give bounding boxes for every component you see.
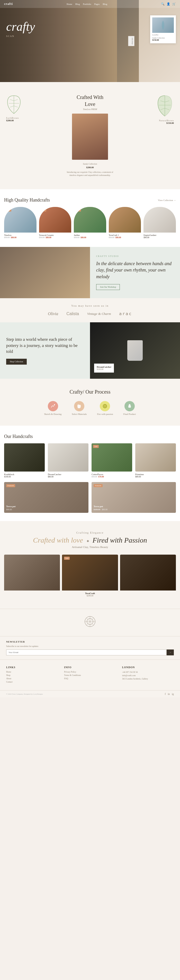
story-product-card[interactable]: DreamCatcher $100.00 [94, 364, 114, 372]
product-img-1[interactable]: Sale [39, 207, 71, 232]
product-img-0[interactable]: Sale [4, 207, 37, 232]
process-step-1: Select Materials [72, 401, 87, 415]
newsletter-subtext: Subscribe to our newsletter for updates [6, 645, 174, 648]
our-handcrafts-title: Our Handcrafts [4, 434, 33, 439]
footer-link-privacy[interactable]: Privacy Policy [64, 671, 116, 673]
footer-link-about[interactable]: About [6, 678, 58, 680]
shop-collection-button[interactable]: Shop Collection [6, 359, 27, 364]
hero-section: crafty SCAN LovePot Sandy Collection $15… [0, 0, 180, 82]
nav-portfolio[interactable]: Portfolio [83, 3, 91, 5]
instagram-icon[interactable]: ig [172, 692, 174, 695]
hero-card-sublabel: Sandy Collection [152, 37, 174, 39]
product-left-name: EarthBrown [6, 117, 59, 119]
view-collection-link[interactable]: View Collection → [158, 199, 176, 202]
hero-shop-badge[interactable]: shop now [131, 37, 133, 45]
nav-home[interactable]: Home [67, 3, 72, 5]
cart-icon[interactable]: 🛒 [172, 2, 176, 6]
handcrafts-header: High Quality Handcrafts View Collection … [4, 197, 176, 203]
featured-card-0[interactable]: Featured Terra pot $90.00 [4, 482, 88, 513]
newsletter-form: → [6, 649, 174, 655]
facebook-icon[interactable]: f [165, 692, 166, 695]
product-left-price: $200.00 [6, 119, 59, 122]
product-name-3: TerraCraft 1 [109, 234, 141, 236]
seen-in-section: You may have seen us in Olivia Calista V… [0, 298, 180, 322]
newsletter-label: NEWSLETTER [6, 641, 174, 643]
center-product-image [72, 114, 108, 160]
handcrafts-title: High Quality Handcrafts [4, 197, 50, 203]
footer-link-faq[interactable]: FAQ [64, 678, 116, 680]
sale-badge-0: Sale [6, 208, 11, 212]
hc-img-0[interactable] [4, 443, 45, 471]
svg-point-14 [54, 404, 55, 405]
newsletter-submit[interactable]: → [167, 649, 174, 655]
product-img-3[interactable] [109, 207, 141, 232]
process-step-3: Final Product [123, 401, 136, 415]
product-img-4[interactable] [143, 207, 176, 232]
user-icon[interactable]: 👤 [167, 2, 170, 6]
hc-img-1[interactable] [48, 443, 88, 471]
process-title: Crafty/ Our Process [4, 389, 176, 395]
footer-main: LINKS Home Shop About Contact INFO Priva… [0, 660, 180, 690]
nav-pages[interactable]: Pages [94, 3, 100, 5]
showcase-img-2 [120, 555, 176, 590]
elegance-section: Crafting Elegance Crafted with love ✦ Fi… [0, 521, 180, 609]
featured-orig-1: $100.00 [93, 509, 100, 511]
hc-card-3: Primtime $89.00 [135, 443, 176, 478]
showcase-img-1: Sale [62, 555, 118, 590]
hand-icon [74, 401, 84, 411]
featured-card-1[interactable]: Featured Terra pot $100.00 $90.00 [92, 482, 176, 513]
hc-orig-price-2: $90.00 [92, 476, 97, 478]
hero-card-label: LovePot [152, 34, 174, 36]
footer-logo-section [0, 609, 180, 636]
showcase-card-2[interactable] [120, 555, 176, 598]
crafted-left: EarthBrown $200.00 [6, 94, 59, 122]
center-price: $200.00 [64, 166, 117, 169]
hc-img-3[interactable] [135, 443, 176, 471]
products-row: Sale Timeless $90.00 $80.00 Sale Terraco… [4, 207, 176, 239]
showcase-card-1[interactable]: Sale TeraCraft $299.00 [62, 555, 118, 598]
elegance-line1: Crafted with love [33, 536, 83, 544]
process-label-0: Sketch & Drawing [44, 413, 62, 415]
footer-link-home[interactable]: Home [6, 671, 58, 673]
product-img-2[interactable]: Sale [74, 207, 106, 232]
newsletter-input[interactable] [6, 649, 167, 655]
quote-section: Crafty studio In the delicate dance betw… [0, 247, 180, 298]
linkedin-icon[interactable]: in [168, 692, 170, 695]
price-sale-0: $80.00 [11, 236, 16, 239]
footer-logo-mark [84, 615, 96, 628]
nav-logo[interactable]: crafti [4, 2, 13, 6]
leaf-left-icon [6, 94, 22, 115]
crafted-right: NaturalBrown $150.00 [121, 94, 174, 124]
featured-name-1: Terra pot [93, 505, 103, 508]
svg-line-6 [14, 106, 18, 107]
sale-badge-1: Sale [41, 208, 46, 212]
newsletter-section: NEWSLETTER Subscribe to our newsletter f… [0, 636, 180, 660]
footer-col-contact: LONDON +44 207 154 30 34 info@crafti.com… [122, 666, 174, 684]
hc-img-2[interactable]: Sale [92, 443, 132, 471]
footer-col-info: INFO Privacy Policy Terms & Conditions F… [64, 666, 116, 684]
hero-right: LovePot Sandy Collection $150.00 shop no… [124, 0, 180, 82]
price-only-4: $90.00 [143, 236, 149, 239]
svg-line-4 [14, 100, 18, 101]
story-title: Step into a world where each piece of po… [6, 336, 84, 355]
footer-link-shop[interactable]: Shop [6, 674, 58, 676]
our-handcrafts-section: Our Handcrafts Koahklock $100.00 DreamCa… [0, 426, 180, 521]
social-icons: f in ig [165, 692, 174, 695]
footer-link-contact[interactable]: Contact [6, 681, 58, 683]
hc-name-2: CotterPieces [92, 473, 132, 476]
product-card-3: TerraCraft 1 $90.00 $80.00 [109, 207, 141, 239]
join-workshop-button[interactable]: Join Our Workshop [96, 284, 120, 290]
quote-image [0, 247, 90, 298]
nav-blog[interactable]: Blog [76, 3, 80, 5]
nav-blog2[interactable]: Blog [103, 3, 108, 5]
search-icon[interactable]: 🔍 [161, 2, 165, 6]
center-subtitle: Sandy Collection [64, 163, 117, 165]
showcase-card-0[interactable] [4, 555, 60, 598]
brand-olivia: Olivia [48, 312, 58, 316]
hero-product-card[interactable]: LovePot Sandy Collection $150.00 [150, 15, 176, 43]
handcrafts-grid: Koahklock $100.00 DreamCatcher $80.00 Sa… [4, 443, 176, 478]
footer-link-terms[interactable]: Terms & Conditions [64, 674, 116, 676]
footer-email: info@crafti.com [122, 674, 174, 678]
featured-price-val-1: $90.00 [102, 509, 108, 511]
process-section: Crafty/ Our Process Sketch & Drawing Sel… [0, 379, 180, 426]
